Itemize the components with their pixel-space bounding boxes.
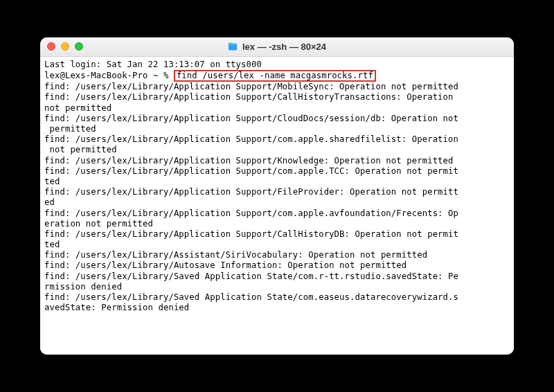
prompt-line: lex@Lexs-MacBook-Pro ~ % find /users/lex… [44, 70, 510, 82]
folder-home-icon [228, 42, 238, 51]
output-line: ed [44, 197, 510, 208]
zoom-icon[interactable] [75, 42, 83, 51]
output-line: find: /users/lex/Library/Application Sup… [44, 82, 510, 92]
output-line: find: /users/lex/Library/Application Sup… [44, 187, 510, 197]
output-line: find: /users/lex/Library/Application Sup… [44, 166, 510, 177]
output-line: find: /users/lex/Library/Saved Applicati… [44, 292, 510, 303]
output-line: not permitted [44, 145, 510, 155]
titlebar[interactable]: lex — -zsh — 80×24 [40, 37, 514, 57]
output-line: rmission denied [44, 282, 510, 292]
output-line: find: /users/lex/Library/Application Sup… [44, 208, 510, 219]
output-line: find: /users/lex/Library/Application Sup… [44, 92, 510, 103]
output-line: eration not permitted [44, 219, 510, 229]
output-line: avedState: Permission denied [44, 303, 510, 313]
minimize-icon[interactable] [61, 42, 69, 51]
window-title-text: lex — -zsh — 80×24 [242, 42, 326, 52]
output-line: find: /users/lex/Library/Application Sup… [44, 156, 510, 166]
output-line: ted [44, 240, 510, 250]
shell-prompt: lex@Lexs-MacBook-Pro ~ % [44, 71, 174, 80]
output-line: permitted [44, 124, 510, 134]
close-icon[interactable] [47, 42, 55, 51]
output-line: ted [44, 177, 510, 187]
last-login-line: Last login: Sat Jan 22 13:13:07 on ttys0… [44, 60, 510, 70]
output-line: find: /users/lex/Library/Assistant/SiriV… [44, 250, 510, 260]
output-line: find: /users/lex/Library/Application Sup… [44, 114, 510, 124]
output-line: find: /users/lex/Library/Saved Applicati… [44, 271, 510, 282]
entered-command: find /users/lex -name macgasmrocks.rtf [174, 70, 376, 82]
traffic-lights [47, 42, 83, 51]
output-line: not permitted [44, 103, 510, 114]
terminal-window: lex — -zsh — 80×24 Last login: Sat Jan 2… [40, 37, 514, 355]
terminal-output[interactable]: Last login: Sat Jan 22 13:13:07 on ttys0… [40, 57, 514, 355]
output-line: find: /users/lex/Library/Application Sup… [44, 134, 510, 145]
window-title: lex — -zsh — 80×24 [40, 42, 514, 52]
output-line: find: /users/lex/Library/Application Sup… [44, 229, 510, 240]
output-line: find: /users/lex/Library/Autosave Inform… [44, 260, 510, 271]
